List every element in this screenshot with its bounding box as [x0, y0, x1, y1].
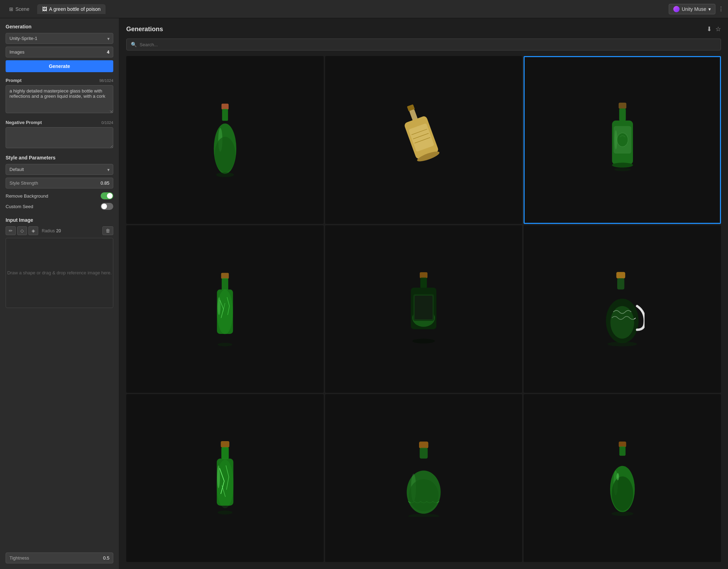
image-grid [126, 56, 721, 562]
title-bar: ⊞ Scene 🖼 A green bottle of poison Unity… [0, 0, 728, 18]
muse-icon [673, 6, 680, 12]
style-select-row: Default Cartoon Realistic ▾ [6, 164, 113, 175]
svg-rect-52 [619, 441, 626, 447]
model-select[interactable]: Unity-Sprite-1 Unity-Sprite-2 [6, 33, 113, 44]
svg-rect-23 [222, 278, 228, 290]
neg-prompt-label-row: Negative Prompt 0/1024 [6, 120, 113, 125]
svg-rect-0 [221, 104, 228, 110]
remove-background-row: Remove Background [6, 191, 113, 201]
svg-point-51 [408, 514, 439, 517]
svg-rect-28 [420, 272, 427, 278]
svg-rect-22 [221, 273, 229, 279]
tab-scene[interactable]: ⊞ Scene [4, 4, 34, 14]
remove-background-toggle[interactable] [101, 192, 113, 199]
brush-tools: ✏ ◇ ◈ Radius 20 🗑 [6, 226, 113, 235]
pencil-icon: ✏ [9, 228, 13, 233]
svg-rect-40 [221, 441, 229, 447]
svg-rect-53 [619, 446, 626, 455]
eraser-icon: ◇ [20, 228, 24, 233]
custom-seed-knob [101, 204, 107, 209]
tab-poison-bottle[interactable]: 🖼 A green bottle of poison [37, 4, 106, 14]
remove-background-label: Remove Background [6, 193, 48, 199]
chevron-down-icon: ▾ [708, 6, 711, 12]
title-bar-tabs: ⊞ Scene 🖼 A green bottle of poison [4, 4, 106, 14]
unity-muse-label: Unity Muse [682, 6, 706, 12]
generate-button[interactable]: Generate [6, 60, 113, 72]
selection-button[interactable]: ◈ [28, 226, 38, 235]
tab-poison-bottle-label: A green bottle of poison [49, 6, 101, 12]
search-input[interactable] [140, 42, 716, 47]
main-layout: Generation Unity-Sprite-1 Unity-Sprite-2… [0, 18, 728, 569]
svg-rect-36 [617, 278, 624, 289]
grid-cell-1[interactable] [126, 56, 324, 224]
pencil-button[interactable]: ✏ [6, 226, 16, 235]
model-select-row: Unity-Sprite-1 Unity-Sprite-2 ▾ [6, 33, 113, 44]
style-strength-row: Style Strength 0.85 [6, 178, 113, 188]
images-row: Images 4 [6, 47, 113, 57]
tightness-label: Tightness [9, 555, 99, 561]
grid-cell-9[interactable] [524, 394, 721, 562]
svg-point-57 [616, 473, 619, 480]
input-image-placeholder: Draw a shape or drag & drop reference im… [7, 269, 112, 276]
toggle-knob [107, 193, 113, 199]
trash-button[interactable]: 🗑 [102, 226, 113, 235]
sidebar: Generation Unity-Sprite-1 Unity-Sprite-2… [0, 18, 119, 569]
unity-muse-button[interactable]: Unity Muse ▾ [669, 4, 715, 14]
more-options-icon[interactable]: ⋮ [718, 6, 724, 12]
style-params-title: Style and Parameters [6, 155, 113, 160]
svg-point-21 [614, 168, 631, 171]
images-label: Images [9, 49, 25, 55]
svg-point-19 [614, 130, 617, 150]
style-strength-value: 0.85 [99, 180, 109, 186]
input-image-section: Input Image ✏ ◇ ◈ Radius 20 🗑 Dra [6, 217, 113, 308]
tightness-row: Tightness 0.5 [6, 553, 113, 563]
tightness-value: 0.5 [99, 555, 109, 561]
prompt-char-count: 98/1024 [99, 78, 113, 83]
svg-rect-29 [420, 277, 427, 288]
svg-point-26 [217, 297, 220, 315]
tab-scene-label: Scene [15, 6, 29, 12]
svg-point-39 [607, 342, 637, 347]
svg-rect-47 [420, 448, 428, 459]
prompt-textarea-wrapper: a highly detailed masterpiece glass bott… [6, 85, 113, 114]
generations-title: Generations [126, 26, 163, 33]
svg-rect-15 [619, 109, 626, 121]
prompt-textarea[interactable]: a highly detailed masterpiece glass bott… [6, 85, 113, 113]
svg-rect-14 [619, 103, 626, 109]
radius-value: 20 [56, 228, 61, 233]
svg-point-20 [612, 163, 633, 168]
generations-header: Generations ⬇ ☆ [126, 25, 721, 33]
star-icon[interactable]: ☆ [715, 25, 721, 33]
grid-cell-7[interactable] [126, 394, 324, 562]
neg-prompt-textarea[interactable] [6, 127, 113, 148]
bottle-tab-icon: 🖼 [42, 6, 47, 12]
svg-rect-46 [419, 441, 428, 448]
images-value: 4 [107, 49, 109, 55]
neg-prompt-char-count: 0/1024 [101, 121, 113, 125]
style-strength-label: Style Strength [9, 180, 96, 186]
main-content: Generations ⬇ ☆ 🔍 [119, 18, 728, 569]
grid-cell-4[interactable] [126, 225, 324, 393]
grid-cell-8[interactable] [325, 394, 523, 562]
svg-rect-1 [222, 109, 228, 121]
svg-point-4 [215, 137, 235, 173]
grid-cell-6[interactable] [524, 225, 721, 393]
eraser-button[interactable]: ◇ [17, 226, 27, 235]
generation-title: Generation [6, 24, 113, 29]
svg-point-38 [611, 306, 634, 339]
grid-cell-3[interactable] [524, 56, 721, 224]
download-icon[interactable]: ⬇ [707, 25, 712, 33]
svg-rect-33 [414, 295, 433, 320]
style-select[interactable]: Default Cartoon Realistic [6, 164, 113, 175]
grid-cell-5[interactable] [325, 225, 523, 393]
custom-seed-label: Custom Seed [6, 204, 33, 209]
neg-prompt-label: Negative Prompt [6, 120, 42, 125]
search-bar: 🔍 [126, 39, 721, 50]
grid-cell-2[interactable] [325, 56, 523, 224]
trash-icon: 🗑 [106, 228, 110, 233]
search-icon: 🔍 [131, 42, 137, 47]
custom-seed-toggle[interactable] [101, 203, 113, 210]
input-image-canvas[interactable]: Draw a shape or drag & drop reference im… [6, 238, 113, 308]
generation-section: Generation Unity-Sprite-1 Unity-Sprite-2… [6, 24, 113, 72]
custom-seed-row: Custom Seed [6, 201, 113, 212]
